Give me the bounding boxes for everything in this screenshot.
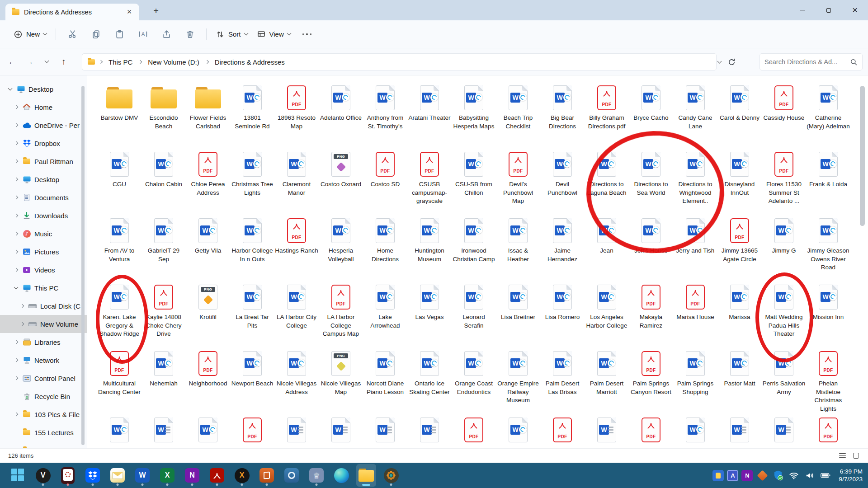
chevron-right-icon[interactable] <box>20 304 24 308</box>
file-item-jaime-hernandez[interactable]: WJaime Hernandez <box>540 216 585 283</box>
file-item-directions-to-wrightwood-element[interactable]: WDirections to Wrightwood Element.. <box>673 150 717 216</box>
file-item-issac-heather[interactable]: WIssac & Heather <box>496 216 540 283</box>
file-item[interactable]: PDF <box>629 416 673 448</box>
file-item-palm-springs-shopping[interactable]: WPalm Springs Shopping <box>673 349 717 416</box>
sidebar-item-desktop[interactable]: Desktop <box>0 80 87 98</box>
file-item-las-vegas[interactable]: WLas Vegas <box>407 283 452 349</box>
file-item-neighborhood[interactable]: PDFNeighborhood <box>186 349 230 416</box>
taskbar-bluering-icon[interactable] <box>282 464 302 487</box>
chevron-right-icon[interactable] <box>14 178 18 181</box>
file-grid-scrollbar[interactable] <box>860 86 865 226</box>
file-item[interactable]: W <box>717 416 762 448</box>
file-item-claremont-manor[interactable]: WClaremont Manor <box>274 150 319 216</box>
sidebar-item-downloads[interactable]: Downloads <box>0 206 87 225</box>
taskbar-explorer-icon[interactable] <box>356 464 376 487</box>
file-item-barstow-dmv[interactable]: Barstow DMV <box>97 84 142 150</box>
taskbar-xapp-icon[interactable]: X <box>232 464 252 487</box>
rename-button[interactable]: A <box>133 25 153 43</box>
breadcrumb[interactable]: This PCNew Volume (D:)Directions & Addre… <box>82 53 717 70</box>
chevron-right-icon[interactable] <box>14 141 18 145</box>
file-item-orange-coast-endodontics[interactable]: WOrange Coast Endodontics <box>452 349 496 416</box>
refresh-icon[interactable] <box>727 58 736 66</box>
file-item-chalon-cabin[interactable]: WChalon Cabin <box>142 150 186 216</box>
file-item-escondido-beach[interactable]: Escondido Beach <box>142 84 186 150</box>
file-item-jimmy-gleason-owens-river-road[interactable]: WJimmy Gleason Owens River Road <box>806 216 850 283</box>
delete-button[interactable] <box>180 25 200 43</box>
taskbar-vivaldi-icon[interactable]: V <box>33 464 53 487</box>
file-item-frank-loida[interactable]: WFrank & Loida <box>806 150 850 216</box>
file-item-nicole-villegas-address[interactable]: WNicole Villegas Address <box>274 349 319 416</box>
file-item-devil-s-punchbowl-map[interactable]: PDFDevil's Punchbowl Map <box>496 150 540 216</box>
sidebar-item-this-pc[interactable]: This PC <box>0 279 87 297</box>
tab-directions-addresses[interactable]: Directions & Addresses × <box>5 4 139 20</box>
chevron-right-icon[interactable] <box>14 105 18 109</box>
file-item-big-bear-directions[interactable]: WBig Bear Directions <box>540 84 585 150</box>
tray-orange-gem-icon[interactable] <box>756 469 769 482</box>
file-item-chloe-perea-address[interactable]: PDFChloe Perea Address <box>186 150 230 216</box>
tray-a-app-icon[interactable]: A <box>727 470 738 481</box>
file-item-beach-trip-checklist[interactable]: WBeach Trip Checklist <box>496 84 540 150</box>
share-button[interactable] <box>156 25 176 43</box>
sidebar-item-paul-rittman[interactable]: Paul Rittman <box>0 152 87 170</box>
new-button[interactable]: New <box>9 25 51 43</box>
address-dropdown-icon[interactable] <box>717 59 722 63</box>
sidebar-item-local-disk-c[interactable]: Local Disk (C <box>0 297 87 315</box>
file-item-directions-to-laguna-beach[interactable]: WDirections to Laguna Beach <box>585 150 629 216</box>
sidebar-item-control-panel[interactable]: Control Panel <box>0 369 87 387</box>
chevron-right-icon[interactable] <box>14 413 18 416</box>
file-item-matt-wedding-padua-hills-theater[interactable]: WMatt Wedding Padua Hills Theater <box>762 283 806 349</box>
chevron-right-icon[interactable] <box>14 123 18 127</box>
file-item-karen-lake-gregory-shadow-ridge[interactable]: WKaren. Lake Gregory & Shadow Ridge <box>97 283 142 349</box>
sidebar-item-libraries[interactable]: Libraries <box>0 333 87 351</box>
sidebar-item-network[interactable]: Network <box>0 351 87 369</box>
file-item-flores-11530-summer-st-adelanto[interactable]: PDFFlores 11530 Summer St Adelanto ... <box>762 150 806 216</box>
file-item-huntington-museum[interactable]: WHuntington Museum <box>407 216 452 283</box>
file-item[interactable]: W <box>407 416 452 448</box>
breadcrumb-item-this-pc[interactable]: This PC <box>107 57 134 67</box>
file-item-jeff-s-house[interactable]: WJeff's House <box>629 216 673 283</box>
breadcrumb-item-directions-addresses[interactable]: Directions & Addresses <box>213 57 287 67</box>
file-item-disneyland-innout[interactable]: WDisneyland InnOut <box>717 150 762 216</box>
file-item-carol-denny[interactable]: WCarol & Denny <box>717 84 762 150</box>
file-item-hesperia-volleyball[interactable]: WHesperia Volleyball <box>319 216 363 283</box>
file-item-la-breat-tar-pits[interactable]: WLa Breat Tar Pits <box>230 283 274 349</box>
paste-button[interactable] <box>109 25 129 43</box>
cut-button[interactable] <box>62 25 82 43</box>
sidebar-item-onedrive-per[interactable]: OneDrive - Per <box>0 116 87 134</box>
tray-handkb-icon[interactable] <box>712 470 724 481</box>
taskbar-word-icon[interactable]: W <box>132 464 152 487</box>
file-item-norcott-diane-piano-lesson[interactable]: WNorcott Diane Piano Lesson <box>363 349 407 416</box>
taskbar-dropbox-icon[interactable] <box>83 464 103 487</box>
file-item-krotifil[interactable]: PNGKrotifil <box>186 283 230 349</box>
tab-close-icon[interactable]: × <box>124 7 135 18</box>
file-item-harbor-college-in-n-outs[interactable]: WHarbor College In n Outs <box>230 216 274 283</box>
taskbar-acrobat-icon[interactable] <box>207 464 227 487</box>
file-item-palm-desert-marriott[interactable]: WPalm Desert Marriott <box>585 349 629 416</box>
file-item-getty-vila[interactable]: WGetty Vila <box>186 216 230 283</box>
file-item[interactable]: PDF <box>452 416 496 448</box>
sidebar-item-155-lectures[interactable]: 155 Lectures <box>0 423 87 441</box>
file-item[interactable]: PDF <box>230 416 274 448</box>
sort-button[interactable]: Sort <box>211 25 252 43</box>
back-button[interactable]: ← <box>4 54 21 70</box>
new-tab-button[interactable]: + <box>149 5 163 18</box>
file-item-candy-cane-lane[interactable]: WCandy Cane Lane <box>673 84 717 150</box>
chevron-right-icon[interactable] <box>14 358 18 362</box>
sidebar-item-dropbox[interactable]: Dropbox <box>0 134 87 152</box>
recent-locations-button[interactable] <box>38 54 55 70</box>
file-item-directions-to-sea-world[interactable]: WDirections to Sea World <box>629 150 673 216</box>
file-item[interactable]: W <box>363 416 407 448</box>
sidebar-item-recycle-bin[interactable]: Recycle Bin <box>0 387 87 405</box>
chevron-right-icon[interactable] <box>14 268 18 272</box>
sidebar-scrollbar[interactable] <box>81 86 85 445</box>
file-item[interactable]: PDF <box>540 416 585 448</box>
file-item-flower-fields-carlsbad[interactable]: Flower Fields Carlsbad <box>186 84 230 150</box>
search-box[interactable] <box>760 53 863 70</box>
file-item-lisa-breitner[interactable]: WLisa Breitner <box>496 283 540 349</box>
file-item-leonard-serafin[interactable]: WLeonard Serafin <box>452 283 496 349</box>
file-item-home-directions[interactable]: WHome Directions <box>363 216 407 283</box>
file-item-christmas-tree-lights[interactable]: WChristmas Tree Lights <box>230 150 274 216</box>
taskbar-edge-icon[interactable] <box>331 464 351 487</box>
tray-onenote-tray-icon[interactable]: N <box>741 470 753 481</box>
chevron-down-icon[interactable] <box>8 86 13 90</box>
